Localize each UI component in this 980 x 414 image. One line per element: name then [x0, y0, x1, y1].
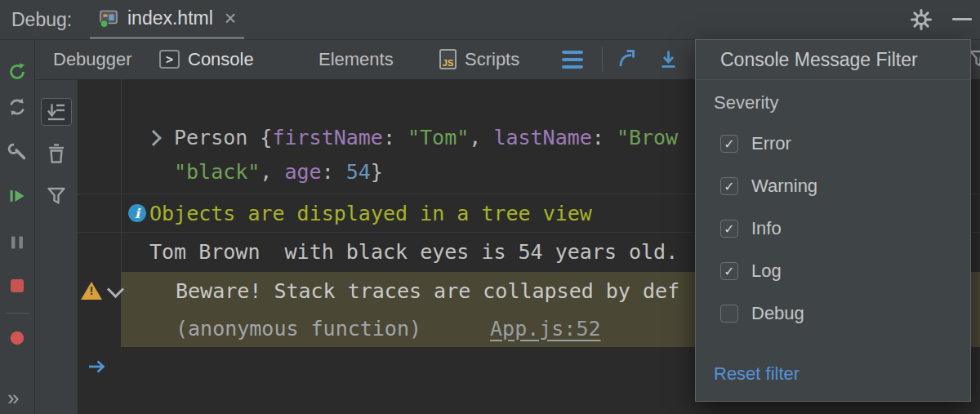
tab-scripts[interactable]: JS Scripts: [439, 39, 519, 79]
console-token: Person {: [174, 126, 272, 149]
more-actions-chevrons[interactable]: »: [7, 385, 19, 411]
collapse-chevron-icon[interactable]: [107, 281, 124, 298]
tab-elements[interactable]: Elements: [318, 39, 394, 79]
console-token: lastName: [493, 126, 591, 149]
severity-option-label: Warning: [751, 176, 817, 197]
log-message-text: Tom Brown with black eyes is 54 years ol…: [149, 240, 678, 264]
info-icon-glyph: i: [135, 206, 140, 221]
rerun-icon[interactable]: [7, 61, 28, 82]
scroll-to-end-icon: [46, 101, 67, 122]
file-tab-label: index.html: [127, 7, 213, 29]
checkbox-info[interactable]: ✓: [720, 220, 738, 238]
hamburger-bar: [562, 58, 583, 61]
wrench-icon[interactable]: [7, 141, 28, 162]
close-icon[interactable]: ×: [225, 8, 237, 29]
console-token: 54: [346, 160, 371, 184]
tab-console[interactable]: > Console: [159, 39, 254, 79]
tab-console-label: Console: [188, 49, 254, 70]
tab-debugger[interactable]: Debugger: [53, 39, 132, 79]
tab-elements-label: Elements: [318, 49, 394, 70]
arrow-down-icon[interactable]: [657, 48, 679, 70]
severity-option-label: Error: [751, 133, 791, 154]
info-message-text: Objects are displayed in a tree view: [149, 202, 592, 225]
layout-menu-icon[interactable]: [562, 51, 583, 69]
app-js-source-link[interactable]: App.js:52: [490, 317, 600, 341]
warning-icon-glyph: !: [88, 283, 95, 300]
filter-funnel-icon[interactable]: [45, 185, 68, 207]
arrow-up-icon[interactable]: [617, 48, 639, 70]
stack-frame-name: (anonymous function): [176, 317, 421, 341]
expand-chevron-icon[interactable]: [145, 130, 162, 146]
severity-section-label: Severity: [714, 83, 970, 122]
severity-option-warning[interactable]: ✓Warning: [714, 165, 970, 207]
warning-triangle-icon: !: [81, 282, 102, 300]
resume-icon[interactable]: [7, 185, 28, 207]
severity-options-list: ✓Error✓Warning✓Info✓LogDebug: [714, 122, 970, 335]
severity-option-info[interactable]: ✓Info: [714, 207, 970, 250]
console-prompt-arrow-icon: [86, 355, 109, 378]
severity-option-error[interactable]: ✓Error: [714, 122, 970, 165]
console-token: "black": [174, 160, 260, 184]
minimize-icon[interactable]: [952, 18, 972, 20]
debug-actions-dock: »: [0, 39, 35, 414]
console-token: :: [322, 160, 346, 184]
hamburger-bar: [562, 65, 583, 69]
tab-debugger-label: Debugger: [53, 49, 132, 70]
console-message-filter-popup: Console Message Filter Severity ✓Error✓W…: [695, 39, 971, 402]
console-token: }: [371, 160, 383, 184]
info-icon: i: [128, 204, 146, 222]
console-token: ,: [469, 126, 493, 149]
console-icon: >: [159, 50, 180, 69]
console-token: :: [592, 126, 617, 149]
clear-console-trash-icon[interactable]: [45, 142, 68, 165]
pause-icon[interactable]: [7, 232, 28, 253]
console-token: firstName: [272, 126, 382, 149]
severity-option-label: Debug: [751, 303, 804, 324]
console-icon-glyph: >: [166, 52, 173, 67]
js-badge: JS: [443, 58, 453, 68]
console-token: age: [284, 160, 321, 184]
html-file-debug-icon: [98, 9, 119, 29]
settings-gear-icon[interactable]: [910, 8, 933, 31]
console-token: "Brow: [617, 126, 678, 149]
reload-icon[interactable]: [7, 96, 28, 118]
console-token: ,: [260, 160, 284, 184]
severity-option-log[interactable]: ✓Log: [714, 250, 970, 292]
scroll-to-end-button[interactable]: [41, 98, 72, 126]
checkbox-error[interactable]: ✓: [720, 135, 738, 153]
reset-filter-link[interactable]: Reset filter: [714, 356, 970, 392]
checkbox-log[interactable]: ✓: [720, 262, 738, 280]
titlebar: Debug: index.html ×: [0, 0, 980, 40]
hamburger-bar: [562, 51, 583, 54]
severity-option-label: Info: [751, 218, 782, 239]
console-token: "Tom": [408, 126, 469, 149]
warning-message-text: Beware! Stack traces are collapsed by de…: [176, 279, 679, 303]
javascript-file-icon: JS: [439, 49, 457, 69]
stop-icon[interactable]: [7, 275, 28, 296]
toolbar-separator: [602, 47, 603, 72]
checkbox-debug[interactable]: [720, 305, 738, 323]
console-token: :: [383, 126, 408, 149]
mute-breakpoints-icon[interactable]: [7, 327, 28, 349]
checkbox-warning[interactable]: ✓: [720, 177, 738, 195]
tab-scripts-label: Scripts: [465, 49, 519, 70]
console-toolbar-strip: [35, 79, 78, 414]
popup-title: Console Message Filter: [696, 40, 970, 80]
dock-separator: [6, 313, 29, 314]
debug-window-label: Debug:: [11, 0, 72, 39]
debug-tool-window: Debug: index.html ×: [0, 0, 980, 414]
tab-index-html[interactable]: index.html ×: [90, 0, 244, 39]
severity-option-label: Log: [751, 260, 782, 282]
severity-option-debug[interactable]: Debug: [714, 292, 970, 335]
popup-body: Severity ✓Error✓Warning✓Info✓LogDebug Re…: [696, 80, 970, 392]
